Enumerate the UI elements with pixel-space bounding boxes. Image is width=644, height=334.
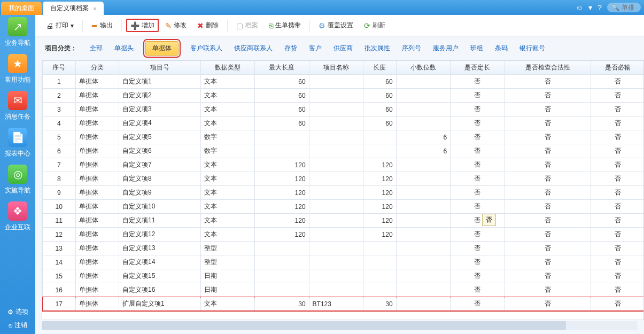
cell[interactable]: 否 [451, 172, 505, 186]
cell[interactable]: 否 [451, 89, 505, 103]
table-row[interactable]: 7单据体自定义项7文本120120否否否否 [43, 158, 645, 172]
sidebar-options[interactable]: ⚙选项 [7, 307, 28, 316]
add-button[interactable]: ➕增加 [126, 19, 159, 32]
cell[interactable] [396, 255, 450, 269]
cell[interactable]: 自定义项4 [119, 116, 201, 130]
cell[interactable]: 否 [505, 242, 591, 255]
filter-6[interactable]: 客户 [309, 44, 322, 53]
cell[interactable]: 60 [255, 89, 309, 103]
cell[interactable]: 否 [505, 116, 591, 130]
cell[interactable]: 否 [591, 214, 644, 228]
cell[interactable]: 单据体 [75, 269, 119, 283]
sidebar-logout[interactable]: ⎋注销 [9, 321, 27, 330]
cell[interactable] [396, 242, 450, 255]
cell[interactable]: 单据体 [75, 214, 119, 228]
cell[interactable] [363, 130, 397, 144]
carry-button[interactable]: ⎘生单携带 [265, 19, 305, 32]
col-header[interactable]: 是否检查合法性 [505, 61, 591, 75]
cell[interactable]: 文本 [200, 186, 254, 200]
cell[interactable]: 30 [255, 297, 309, 311]
table-row[interactable]: 16单据体自定义项16日期否否否否 [43, 283, 645, 297]
grid[interactable]: 序号分类项目号数据类型最大长度项目名称长度小数位数是否定长是否检查合法性是否必输… [42, 60, 644, 320]
cell[interactable]: 否 [451, 255, 505, 269]
cell[interactable] [396, 172, 450, 186]
cell[interactable]: 12 [43, 228, 76, 242]
cell[interactable] [309, 269, 363, 283]
cell[interactable]: 否 [591, 89, 644, 103]
export-button[interactable]: ➦输出 [87, 19, 117, 32]
cell[interactable]: 单据体 [75, 158, 119, 172]
cell[interactable]: 120 [255, 172, 309, 186]
cell[interactable]: 8 [43, 172, 76, 186]
cell[interactable]: 单据体 [75, 89, 119, 103]
cell[interactable]: 自定义项5 [119, 130, 201, 144]
cell[interactable]: 60 [363, 103, 397, 116]
cell[interactable]: 120 [255, 214, 309, 228]
cell[interactable]: 3 [43, 103, 76, 116]
cell[interactable]: 14 [43, 255, 76, 269]
cell[interactable]: 否 [451, 283, 505, 297]
cell[interactable] [396, 283, 450, 297]
cell[interactable]: 日期 [200, 283, 254, 297]
cell[interactable]: 否 [451, 200, 505, 214]
table-row[interactable]: 8单据体自定义项8文本120120否否否否 [43, 172, 645, 186]
cell[interactable]: 120 [255, 186, 309, 200]
cell[interactable]: 否 [591, 228, 644, 242]
sidebar-item-3[interactable]: 📄报表中心 [2, 128, 33, 158]
cell[interactable]: 17 [43, 297, 76, 311]
cell[interactable] [396, 297, 450, 311]
sidebar-item-0[interactable]: ↗业务导航 [2, 17, 33, 48]
cell[interactable]: 文本 [200, 103, 254, 116]
cell[interactable]: 文本 [200, 228, 254, 242]
chevron-down-icon[interactable]: ▾ [588, 3, 592, 12]
cell[interactable] [363, 269, 397, 283]
tab-home[interactable]: 我的桌面 [1, 2, 42, 15]
cell[interactable]: 单据体 [75, 242, 119, 255]
cell[interactable]: 13 [43, 242, 76, 255]
cell[interactable]: 自定义项2 [119, 89, 201, 103]
cell[interactable] [309, 242, 363, 255]
cell[interactable]: 文本 [200, 116, 254, 130]
cell[interactable]: 否 [591, 116, 644, 130]
col-header[interactable]: 长度 [363, 61, 397, 75]
cell[interactable]: 自定义项7 [119, 158, 201, 172]
cell[interactable] [255, 255, 309, 269]
cell[interactable]: 否 [451, 297, 505, 311]
cell[interactable]: 否 [451, 269, 505, 283]
cell[interactable] [309, 75, 363, 89]
filter-5[interactable]: 存货 [284, 44, 297, 53]
cell[interactable] [255, 283, 309, 297]
col-header[interactable]: 是否必输 [591, 61, 644, 75]
cell[interactable]: 否 [505, 89, 591, 103]
cell[interactable] [363, 144, 397, 158]
table-row[interactable]: 10单据体自定义项10文本120120否否否否 [43, 200, 645, 214]
cell[interactable]: 日期 [200, 269, 254, 283]
cell[interactable]: 否 [451, 103, 505, 116]
smile-icon[interactable]: ☺ [576, 3, 583, 12]
delete-button[interactable]: ✖删除 [193, 19, 223, 32]
cell[interactable] [309, 200, 363, 214]
table-row[interactable]: 12单据体自定义项12文本120120否否否否 [43, 228, 645, 242]
cell[interactable]: 单据体 [75, 116, 119, 130]
filter-0[interactable]: 全部 [90, 44, 103, 53]
filter-3[interactable]: 客户联系人 [190, 44, 222, 53]
cell[interactable]: 否 [591, 283, 644, 297]
cell[interactable]: 自定义项13 [119, 242, 201, 255]
cell[interactable]: 否 [451, 158, 505, 172]
cell[interactable] [309, 144, 363, 158]
cell[interactable]: 文本 [200, 89, 254, 103]
search-input[interactable] [622, 4, 637, 11]
cell[interactable]: 否 [591, 158, 644, 172]
filter-1[interactable]: 单据头 [114, 44, 134, 53]
table-row[interactable]: 11单据体自定义项11文本120120否否否否 [43, 214, 645, 228]
cell[interactable]: 自定义项8 [119, 172, 201, 186]
cell[interactable]: 否 [505, 130, 591, 144]
cell[interactable]: 自定义项16 [119, 283, 201, 297]
cell[interactable] [396, 228, 450, 242]
table-row[interactable]: 14单据体自定义项14整型否否否否 [43, 255, 645, 269]
cell[interactable]: 否 [591, 75, 644, 89]
cell[interactable]: 否 [505, 269, 591, 283]
cell[interactable]: 否 [591, 172, 644, 186]
col-header[interactable]: 序号 [43, 61, 76, 75]
cell[interactable]: 否 [591, 130, 644, 144]
